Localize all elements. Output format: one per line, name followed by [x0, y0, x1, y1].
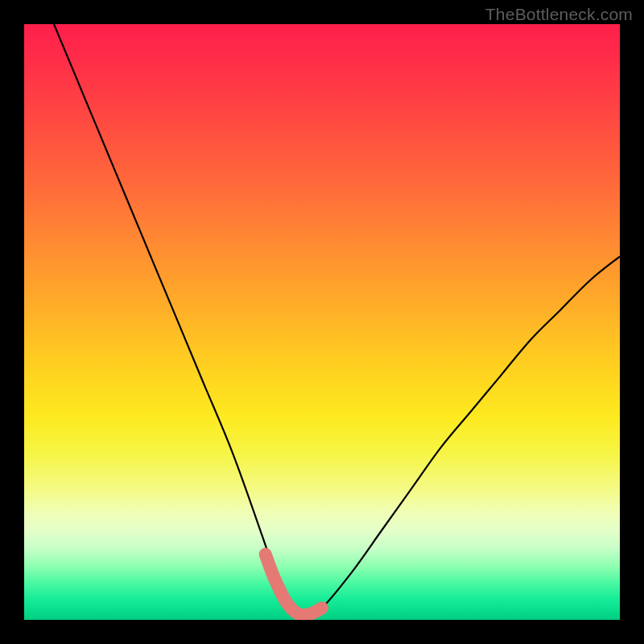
curve-svg [24, 24, 620, 620]
watermark-text: TheBottleneck.com [485, 5, 633, 24]
chart-frame: TheBottleneck.com [0, 0, 644, 644]
plot-area [24, 24, 620, 620]
highlight-band [266, 555, 322, 616]
bottleneck-curve [54, 24, 620, 615]
